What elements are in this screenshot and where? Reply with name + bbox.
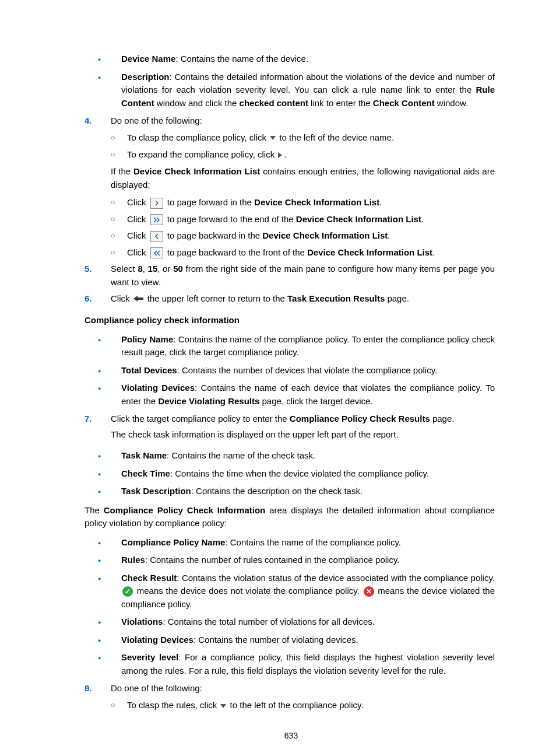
bullet-violating-devices-2: ● Violating Devices: Contains the number… bbox=[87, 634, 495, 647]
label: Violating Devices bbox=[121, 635, 193, 645]
step-number: 4. bbox=[85, 114, 111, 128]
text: to page forward in the bbox=[165, 197, 254, 207]
bullet-violating-devices: ● Violating Devices: Contains the name o… bbox=[87, 382, 495, 408]
bullet-task-description: ● Task Description: Contains the descrip… bbox=[87, 485, 495, 498]
text: To expand the compliance policy, click bbox=[127, 149, 277, 159]
circle-marker: ○ bbox=[111, 148, 127, 160]
text: To clasp the compliance policy, click bbox=[127, 132, 269, 142]
bullet-marker: ● bbox=[87, 364, 121, 377]
page: ● Device Name: Contains the name of the … bbox=[0, 0, 556, 756]
bullet-marker: ● bbox=[87, 536, 121, 550]
bold: Device Check Information List bbox=[254, 197, 379, 207]
text: : Contains the detailed information abou… bbox=[121, 72, 495, 95]
bullet-marker: ● bbox=[87, 572, 121, 611]
circle-marker: ○ bbox=[111, 229, 127, 242]
check-ok-icon: ✓ bbox=[122, 586, 133, 597]
bold: 8 bbox=[138, 264, 142, 274]
svg-marker-0 bbox=[270, 136, 276, 140]
bullet-marker: ● bbox=[87, 651, 121, 677]
text: Click bbox=[127, 214, 149, 224]
text: window and click the bbox=[154, 98, 240, 108]
heading-compliance-policy: Compliance policy check information bbox=[85, 314, 495, 327]
triangle-down-icon bbox=[270, 131, 276, 145]
text: : Contains the name of the compliance po… bbox=[121, 334, 495, 358]
text: : Contains the name of the device. bbox=[175, 54, 308, 64]
label: Policy Name bbox=[121, 334, 173, 344]
page-backward-icon bbox=[150, 231, 163, 242]
bullet-marker: ● bbox=[87, 554, 121, 567]
text: . bbox=[284, 149, 286, 159]
step-number: 5. bbox=[85, 262, 111, 289]
text: : Contains the name of the compliance po… bbox=[225, 537, 401, 547]
bullet-marker: ● bbox=[87, 615, 121, 629]
bullet-total-devices: ● Total Devices: Contains the number of … bbox=[87, 364, 495, 377]
step-number: 6. bbox=[85, 292, 111, 306]
text: link to enter the bbox=[308, 98, 373, 108]
bold: 15 bbox=[148, 264, 158, 274]
bullet-check-time: ● Check Time: Contains the time when the… bbox=[87, 467, 495, 481]
text: to page forward to the end of the bbox=[165, 214, 296, 224]
step-7-sub: The check task information is displayed … bbox=[111, 428, 495, 442]
bullet-marker: ● bbox=[87, 485, 121, 498]
nav-backward-front: ○ Click to page backward to the front of… bbox=[111, 246, 495, 260]
bullet-marker: ● bbox=[87, 333, 121, 359]
svg-marker-3 bbox=[220, 704, 226, 708]
bullet-rules: ● Rules: Contains the number of rules co… bbox=[87, 554, 495, 567]
text: : Contains the description on the check … bbox=[191, 486, 363, 496]
bullet-policy-name: ● Policy Name: Contains the name of the … bbox=[87, 333, 495, 359]
label: Check Result bbox=[121, 573, 177, 583]
circle-marker: ○ bbox=[111, 131, 127, 144]
bullet-description: ● Description: Contains the detailed inf… bbox=[87, 71, 495, 110]
step-number: 7. bbox=[85, 412, 111, 446]
text: to page backward to the front of the bbox=[165, 247, 307, 257]
label: Task Description bbox=[121, 486, 191, 496]
label: Check Time bbox=[121, 468, 170, 478]
text: the upper left corner to return to the bbox=[145, 293, 287, 303]
bold: Device Check Information List bbox=[307, 247, 432, 257]
bullet-severity-level: ● Severity level: For a compliance polic… bbox=[87, 651, 495, 677]
text: to the left of the device name. bbox=[277, 132, 394, 142]
text: to page backward in the bbox=[165, 230, 263, 240]
bold: Device Check Information List bbox=[296, 214, 421, 224]
svg-marker-2 bbox=[133, 296, 143, 302]
text: , or bbox=[157, 264, 173, 274]
triangle-down-icon bbox=[220, 699, 226, 713]
circle-marker: ○ bbox=[111, 699, 127, 711]
text: means the device does not violate the co… bbox=[134, 586, 363, 596]
bullet-marker: ● bbox=[87, 449, 121, 463]
text: Select bbox=[111, 264, 138, 274]
text: : Contains the violation status of the d… bbox=[177, 573, 495, 583]
step-number: 8. bbox=[85, 682, 111, 695]
circle-marker: ○ bbox=[111, 213, 127, 225]
text: . bbox=[432, 247, 435, 257]
bullet-task-name: ● Task Name: Contains the name of the ch… bbox=[87, 449, 495, 463]
nav-forward-end: ○ Click to page forward to the end of th… bbox=[111, 213, 495, 226]
bullet-marker: ● bbox=[87, 382, 121, 408]
label: Violations bbox=[121, 617, 163, 626]
text: : Contains the total number of violation… bbox=[163, 617, 375, 626]
step-intro: Do one of the following: bbox=[111, 682, 495, 695]
bullet-device-name: ● Device Name: Contains the name of the … bbox=[87, 52, 495, 66]
triangle-right-icon bbox=[278, 149, 283, 162]
text: : Contains the time when the device viol… bbox=[170, 468, 429, 478]
circle-marker: ○ bbox=[111, 246, 127, 258]
svg-marker-1 bbox=[278, 152, 282, 158]
label: Severity level bbox=[121, 652, 178, 662]
bold: checked content bbox=[240, 98, 308, 108]
text: page. bbox=[430, 414, 455, 424]
step-8: 8. Do one of the following: bbox=[85, 682, 495, 695]
text: Click bbox=[111, 293, 132, 303]
text: Click bbox=[127, 247, 149, 257]
nav-forward: ○ Click to page forward in the Device Ch… bbox=[111, 196, 495, 209]
text: Click bbox=[127, 230, 149, 240]
back-arrow-icon bbox=[133, 293, 144, 306]
compliance-area-para: The Compliance Policy Check Information … bbox=[85, 504, 495, 530]
text: , bbox=[143, 264, 148, 274]
text: To clasp the rules, click bbox=[127, 700, 219, 710]
text: : Contains the name of the check task. bbox=[167, 450, 315, 460]
text: Click the target compliance policy to en… bbox=[111, 414, 290, 424]
bold: Check Content bbox=[373, 98, 435, 108]
text: . bbox=[421, 214, 424, 224]
nav-backward: ○ Click to page backward in the Device C… bbox=[111, 229, 495, 243]
bold: 50 bbox=[173, 264, 183, 274]
